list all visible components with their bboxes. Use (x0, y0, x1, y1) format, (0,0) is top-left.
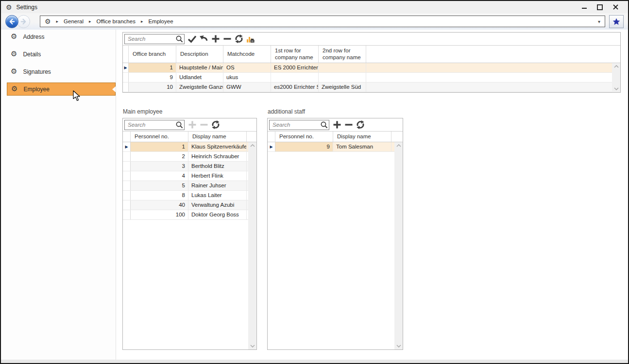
favorite-button[interactable] (609, 15, 624, 28)
main-employee-scrollbar[interactable] (248, 142, 256, 349)
table-row[interactable]: ▶9Tom Salesman (268, 142, 403, 152)
table-row[interactable]: ▶1Klaus Spitzenverkäufer (123, 142, 256, 152)
additional-staff-search (269, 120, 329, 130)
navigation-bar: ⚙ ▸ General ▸ Office branches ▸ Employee… (1, 13, 628, 30)
personnel-no-cell: 1 (131, 142, 188, 151)
main-area: Office branch Description Matchcode 1st … (116, 30, 628, 360)
branches-header-row: Office branch Description Matchcode 1st … (123, 46, 620, 63)
column-header-personnel-no[interactable]: Personnel no. (131, 132, 188, 142)
table-row[interactable]: 10Zweigstelle Ganzweit...GWWes2000 Erric… (123, 83, 620, 92)
row-selector (123, 73, 129, 82)
display-name-cell: Herbert Flink (188, 171, 247, 181)
main-employee-label: Main employee (123, 108, 162, 115)
table-row[interactable]: 100Doktor Georg Boss (123, 210, 256, 220)
undo-icon[interactable] (198, 33, 209, 45)
main-employee-rows: ▶1Klaus Spitzenverkäufer2Heinrich Schrau… (123, 142, 256, 349)
table-row[interactable]: 9Udlandetukus (123, 73, 620, 83)
column-header-1st-row[interactable]: 1st row for company name (271, 46, 319, 63)
refresh-icon[interactable] (210, 119, 221, 131)
sidebar-item-employee[interactable]: ⚙ Employee (7, 83, 116, 96)
row-selector (123, 83, 129, 92)
row-selector (123, 181, 131, 190)
add-icon-disabled (187, 119, 198, 131)
confirm-icon[interactable] (187, 33, 198, 45)
main-employee-toolbar (123, 118, 256, 132)
branches-rows: ▶1Hauptstelle / Main o...OSES 2000 Erric… (123, 63, 620, 92)
sidebar-item-address[interactable]: ⚙ Address (7, 30, 116, 43)
sidebar-item-details[interactable]: ⚙ Details (7, 48, 116, 61)
settings-window: ⚙ Settings ⚙ ▸ Gen (0, 0, 629, 364)
column-header-2nd-row[interactable]: 2nd row for company name (319, 46, 366, 63)
main-employee-header-row: Personnel no. Display name (123, 132, 256, 142)
table-row[interactable]: 3Berthold Blitz (123, 162, 256, 171)
row-selector (123, 152, 131, 161)
additional-staff-label: additional staff (268, 108, 305, 115)
company-name-2-cell (319, 73, 366, 82)
column-header-description[interactable]: Description (176, 46, 223, 63)
maximize-button[interactable] (592, 2, 608, 13)
sidebar: ⚙ Address ⚙ Details ⚙ Signatures ⚙ Emplo… (1, 30, 116, 360)
back-button[interactable] (5, 15, 18, 28)
column-header-display-name[interactable]: Display name (188, 132, 247, 142)
column-header-office-branch[interactable]: Office branch (129, 46, 176, 63)
refresh-icon[interactable] (355, 119, 366, 131)
branches-toolbar (123, 33, 620, 46)
close-button[interactable] (608, 2, 623, 13)
breadcrumb-gear-icon[interactable]: ⚙ (45, 18, 51, 25)
column-header-matchcode[interactable]: Matchcode (223, 46, 271, 63)
branches-scrollbar[interactable] (612, 63, 620, 92)
row-selector-header (123, 46, 129, 63)
breadcrumb-dropdown-icon[interactable]: ▾ (598, 19, 600, 24)
search-icon (175, 35, 184, 43)
breadcrumb-separator-icon: ▸ (141, 19, 143, 24)
table-row[interactable]: ▶1Hauptstelle / Main o...OSES 2000 Erric… (123, 63, 620, 73)
row-selector (123, 162, 131, 171)
row-selector: ▶ (123, 63, 129, 72)
add-icon[interactable] (210, 33, 221, 45)
app-gear-icon: ⚙ (6, 4, 12, 11)
matchcode-cell: ukus (223, 73, 271, 82)
main-employee-search (124, 120, 185, 130)
refresh-icon[interactable] (233, 33, 244, 45)
forward-button[interactable] (17, 15, 30, 28)
table-row[interactable]: 2Heinrich Schrauber (123, 152, 256, 162)
row-selector (123, 191, 131, 200)
personnel-no-cell: 2 (131, 152, 188, 161)
additional-staff-header-row: Personnel no. Display name (268, 132, 403, 142)
row-selector-header (123, 132, 131, 142)
remove-icon-disabled (198, 119, 209, 131)
filler-header (366, 46, 620, 63)
breadcrumb-item-employee[interactable]: Employee (148, 18, 173, 24)
personnel-no-cell: 9 (275, 142, 333, 151)
description-cell: Hauptstelle / Main o... (176, 63, 223, 72)
branches-search (124, 34, 185, 44)
search-icon (320, 121, 328, 129)
report-print-icon[interactable] (245, 33, 256, 45)
description-cell: Udlandet (176, 73, 223, 82)
add-icon[interactable] (331, 119, 342, 131)
sidebar-item-label: Signatures (23, 68, 51, 75)
gear-icon: ⚙ (11, 68, 17, 75)
sidebar-item-signatures[interactable]: ⚙ Signatures (7, 65, 116, 78)
display-name-cell: Rainer Juhser (188, 181, 247, 190)
minimize-button[interactable] (577, 2, 592, 13)
gear-icon: ⚙ (11, 85, 17, 93)
table-row[interactable]: 8Lukas Laiter (123, 191, 256, 200)
breadcrumb-item-office-branches[interactable]: Office branches (97, 18, 136, 24)
scroll-down-icon (614, 87, 619, 90)
table-row[interactable]: 5Rainer Juhser (123, 181, 256, 191)
remove-icon[interactable] (221, 33, 233, 45)
office-branch-cell: 9 (129, 73, 176, 82)
remove-icon[interactable] (343, 119, 354, 131)
description-cell: Zweigstelle Ganzweit... (176, 83, 223, 92)
table-row[interactable]: 4Herbert Flink (123, 171, 256, 181)
company-name-2-cell: Zweigstelle Süd (319, 83, 366, 92)
additional-staff-toolbar (268, 118, 403, 132)
column-header-display-name[interactable]: Display name (333, 132, 391, 142)
window-title: Settings (17, 4, 37, 11)
column-header-personnel-no[interactable]: Personnel no. (275, 132, 333, 142)
table-row[interactable]: 40Verwaltung Azubi (123, 200, 256, 210)
additional-staff-scrollbar[interactable] (394, 142, 403, 349)
breadcrumb-item-general[interactable]: General (64, 18, 84, 24)
personnel-no-cell: 100 (131, 210, 188, 219)
